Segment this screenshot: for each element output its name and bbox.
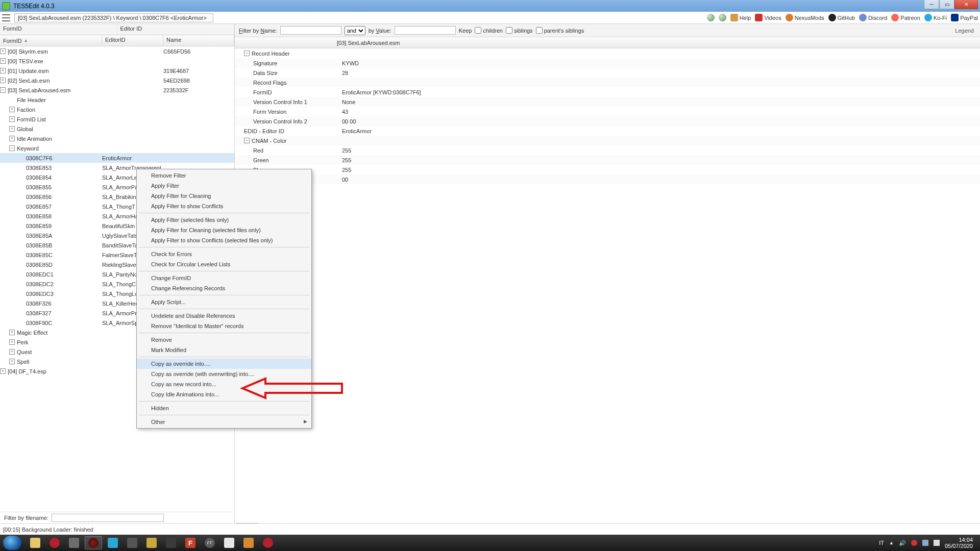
tray-shield-icon[interactable]: [911, 540, 917, 546]
taskbar-volume[interactable]: [124, 536, 141, 549]
context-menu-item[interactable]: Apply Filter to show Conflicts (selected…: [137, 235, 311, 245]
context-menu-item[interactable]: Remove Filter: [137, 170, 311, 181]
collapse-icon[interactable]: [244, 51, 250, 56]
tree-spacer[interactable]: [18, 165, 24, 170]
filter-operator[interactable]: and: [345, 26, 365, 35]
videos-link[interactable]: Videos: [755, 14, 781, 21]
expand-icon[interactable]: [9, 330, 15, 335]
tree-row[interactable]: Keyword: [0, 143, 234, 153]
context-menu[interactable]: Remove FilterApply FilterApply Filter fo…: [136, 169, 312, 429]
expand-icon[interactable]: [9, 107, 15, 112]
taskbar-app2[interactable]: [143, 536, 160, 549]
keep-parent-siblings[interactable]: parent's siblings: [536, 27, 584, 34]
context-menu-item[interactable]: Remove "Identical to Master" records: [137, 321, 311, 331]
close-button[interactable]: ✕: [954, 0, 978, 9]
record-row[interactable]: SignatureKYWD: [235, 58, 980, 68]
nav-header-editorid[interactable]: Editor ID: [117, 24, 235, 35]
github-link[interactable]: GitHub: [828, 14, 855, 21]
keep-children[interactable]: children: [475, 27, 503, 34]
expand-icon[interactable]: [0, 68, 6, 73]
record-row[interactable]: Data Size28: [235, 68, 980, 78]
expand-icon[interactable]: [9, 349, 15, 355]
nav-header-formid[interactable]: FormID: [0, 24, 117, 35]
tree-spacer[interactable]: [18, 204, 24, 209]
record-row[interactable]: Blue255: [235, 165, 980, 174]
expand-icon[interactable]: [9, 136, 15, 141]
nav-fwd-icon[interactable]: [719, 14, 726, 21]
context-menu-item[interactable]: Copy as override into....: [137, 359, 311, 369]
record-row[interactable]: FormIDEroticArmor [KYWD:0308C7F6]: [235, 87, 980, 97]
tree-row[interactable]: [01] Update.esm319E4687: [0, 66, 234, 76]
tree-spacer[interactable]: [18, 310, 24, 316]
tray-up-icon[interactable]: ▲: [889, 540, 894, 545]
tree-row[interactable]: Faction: [0, 105, 234, 114]
tree-spacer[interactable]: [18, 233, 24, 238]
expand-icon[interactable]: [0, 368, 6, 374]
col-editorid[interactable]: EditorID: [102, 35, 163, 46]
record-row[interactable]: Record Header: [235, 48, 980, 58]
tree-spacer[interactable]: [18, 281, 24, 287]
record-row[interactable]: EDID - Editor IDEroticArmor: [235, 126, 980, 136]
tree-spacer[interactable]: [18, 194, 24, 199]
expand-icon[interactable]: [9, 359, 15, 364]
tree-row[interactable]: [00] Skyrim.esmC665FD56: [0, 46, 234, 56]
nav-filter-input[interactable]: [52, 514, 164, 522]
taskbar-app1[interactable]: [65, 536, 83, 549]
context-menu-item[interactable]: Apply Filter for Cleaning (selected file…: [137, 225, 311, 235]
collapse-icon[interactable]: [244, 138, 250, 143]
patreon-link[interactable]: Patreon: [891, 14, 920, 21]
record-row[interactable]: Unused00: [235, 174, 980, 184]
discord-link[interactable]: Discord: [859, 14, 887, 21]
tree-spacer[interactable]: [18, 155, 24, 161]
context-menu-item[interactable]: Apply Filter for Cleaning: [137, 191, 311, 201]
collapse-icon[interactable]: [0, 87, 6, 93]
minimize-button[interactable]: ─: [924, 0, 939, 9]
expand-icon[interactable]: [9, 126, 15, 132]
expand-icon[interactable]: [9, 116, 15, 122]
tree-spacer[interactable]: [18, 271, 24, 277]
tree-row[interactable]: Idle Animation: [0, 134, 234, 143]
record-row[interactable]: Version Control Info 1None: [235, 97, 980, 107]
taskbar-music[interactable]: [104, 536, 121, 549]
tree-spacer[interactable]: [18, 184, 24, 190]
context-menu-item[interactable]: Check for Errors: [137, 249, 311, 259]
context-menu-item[interactable]: Apply Script...: [137, 297, 311, 307]
tree-row[interactable]: 0308C7F6EroticArmor: [0, 153, 234, 163]
maximize-button[interactable]: ▭: [939, 0, 954, 9]
tree-row[interactable]: [00] TESV.exe: [0, 56, 234, 66]
context-menu-item[interactable]: Apply Filter to show Conflicts: [137, 201, 311, 211]
taskbar-app-f[interactable]: F: [182, 536, 199, 549]
taskbar-opera2[interactable]: [259, 536, 277, 549]
nav-back-icon[interactable]: [707, 14, 715, 21]
context-menu-item[interactable]: Hidden: [137, 403, 311, 413]
start-button[interactable]: [3, 536, 21, 550]
context-menu-item[interactable]: Copy as new record into...: [137, 379, 311, 389]
hamburger-icon[interactable]: [2, 14, 10, 21]
taskbar-app3[interactable]: [162, 536, 180, 549]
context-menu-item[interactable]: Mark Modified: [137, 345, 311, 355]
col-name[interactable]: Name: [163, 35, 234, 46]
legend-link[interactable]: Legend: [955, 28, 974, 34]
record-row[interactable]: Record Flags: [235, 78, 980, 87]
tree-spacer[interactable]: [18, 320, 24, 325]
keep-siblings[interactable]: siblings: [506, 27, 533, 34]
collapse-icon[interactable]: [9, 145, 15, 151]
context-menu-item[interactable]: Undelete and Disable References: [137, 311, 311, 321]
context-menu-item[interactable]: Change FormID: [137, 273, 311, 283]
tree-spacer[interactable]: [18, 223, 24, 229]
tree-row[interactable]: [02] SexLab.esm54ED2698: [0, 76, 234, 85]
tree-spacer[interactable]: [18, 291, 24, 296]
context-menu-item[interactable]: Copy Idle Animations into...: [137, 389, 311, 399]
tree-spacer[interactable]: [18, 242, 24, 248]
record-row[interactable]: Red255: [235, 145, 980, 155]
paypal-link[interactable]: PayPal: [951, 14, 978, 21]
taskbar-app4[interactable]: [220, 536, 238, 549]
record-row[interactable]: Version Control Info 200 00: [235, 116, 980, 126]
tree-row[interactable]: File Header: [0, 95, 234, 105]
tree-spacer[interactable]: [18, 300, 24, 306]
record-row[interactable]: Form Version43: [235, 107, 980, 116]
breadcrumb[interactable]: [03] SexLabAroused.esm (2235332F) \ Keyw…: [14, 13, 213, 22]
filter-name-input[interactable]: [280, 26, 341, 35]
record-body[interactable]: Record HeaderSignatureKYWDData Size28Rec…: [235, 48, 980, 523]
tray-volume-icon[interactable]: 🔊: [899, 540, 906, 546]
